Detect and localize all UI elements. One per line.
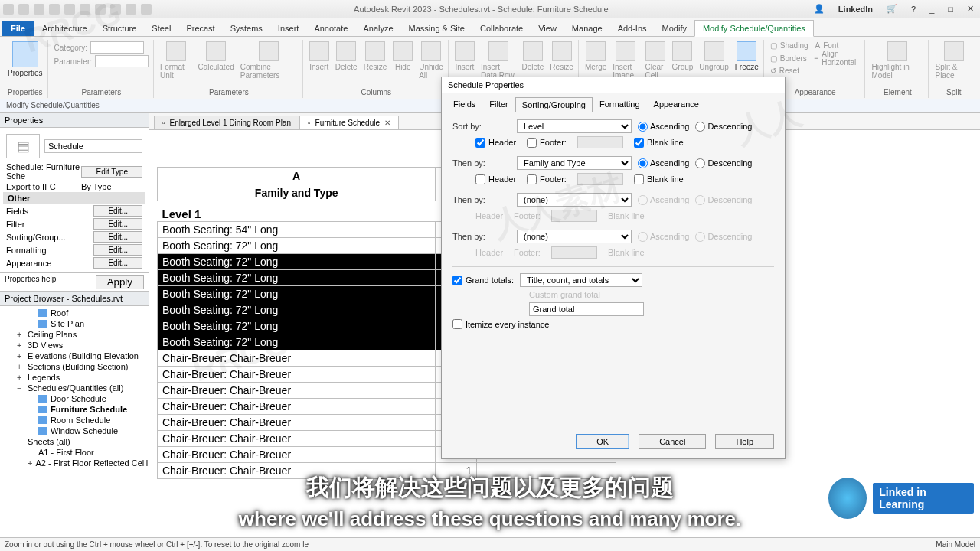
expand-icon[interactable]: + [17,330,24,339]
qat-icon[interactable] [80,4,90,15]
edit-button[interactable]: Edit... [93,205,142,217]
browser-node[interactable]: Door Schedule [3,393,145,404]
insert-image-button[interactable]: Insert Image [612,41,639,80]
browser-node[interactable]: +Elevations (Building Elevation [3,350,145,361]
cell-family[interactable]: Booth Seating: 72" Long [158,270,436,286]
doc-tab[interactable]: ▫Enlarged Level 1 Dining Room Plan [154,116,299,129]
type-selector[interactable]: Schedule [44,139,142,153]
cell-family[interactable]: Booth Seating: 72" Long [158,334,436,350]
help-button[interactable]: Help [715,434,774,449]
tab-modify-schedule[interactable]: Modify Schedule/Quantities [694,20,814,37]
qat-icon[interactable] [3,4,14,15]
group-button[interactable]: Group [672,41,694,71]
cart-icon[interactable]: 🛒 [884,4,900,14]
cell-family[interactable]: Booth Seating: 72" Long [158,302,436,318]
delete-row-button[interactable]: Delete [521,41,544,71]
expand-icon[interactable]: − [17,437,24,446]
qat-icon[interactable] [141,4,152,15]
close-icon[interactable]: ✕ [384,119,390,127]
expand-icon[interactable]: + [17,341,24,350]
tab-steel[interactable]: Steel [144,21,178,36]
sort-by-field[interactable]: Level [517,119,632,133]
expand-icon[interactable]: + [28,458,32,468]
clear-cell-button[interactable]: Clear Cell [645,41,666,80]
browser-node[interactable]: +Sections (Building Section) [3,361,145,372]
quick-access-toolbar[interactable] [3,4,152,15]
cell-family[interactable]: Chair-Breuer: Chair-Breuer [158,399,436,415]
cell-family[interactable]: Chair-Breuer: Chair-Breuer [158,383,436,399]
qat-icon[interactable] [18,4,29,15]
linkedin-label[interactable]: LinkedIn [835,5,876,14]
cell-count[interactable]: 1 [436,463,477,479]
resize-row-button[interactable]: Resize [550,41,573,71]
col-letter[interactable]: A [158,168,436,184]
browser-node[interactable]: Room Schedule [3,415,145,425]
split-button[interactable]: Split & Place [935,41,972,80]
window-maximize[interactable]: □ [945,5,956,14]
edit-button[interactable]: Edit... [93,257,142,269]
qat-icon[interactable] [126,4,136,15]
ascending-radio[interactable]: Ascending [638,158,689,168]
tab-manage[interactable]: Manage [564,21,610,36]
tab-precast[interactable]: Precast [178,21,222,36]
tab-analyze[interactable]: Analyze [355,21,400,36]
browser-node[interactable]: Roof [3,308,145,318]
tab-formatting[interactable]: Formatting [593,96,647,112]
qat-icon[interactable] [34,4,44,15]
combine-params-button[interactable]: Combine Parameters [240,41,298,80]
tab-structure[interactable]: Structure [95,21,145,36]
then-by-field[interactable]: (none) [517,230,632,243]
cell-family[interactable]: Booth Seating: 54" Long [158,222,436,238]
format-unit-button[interactable]: Format Unit [160,41,191,80]
browser-node[interactable]: −Sheets (all) [3,436,145,447]
qat-icon[interactable] [95,4,106,15]
apply-button[interactable]: Apply [96,275,144,289]
insert-row-button[interactable]: Insert [455,41,475,71]
insert-data-row-button[interactable]: Insert Data Row [481,41,516,80]
tab-collaborate[interactable]: Collaborate [472,21,531,36]
tab-sorting[interactable]: Sorting/Grouping [515,97,593,112]
expand-icon[interactable]: + [17,351,24,360]
properties-button[interactable]: Properties [8,41,43,77]
itemize-checkbox[interactable]: Itemize every instance [452,319,549,329]
window-minimize[interactable]: _ [926,5,937,14]
blank-line-checkbox[interactable]: Blank line [634,174,684,184]
tab-addins[interactable]: Add-Ins [610,21,655,36]
then-by-field[interactable]: Family and Type [517,156,632,170]
cell-family[interactable]: Chair-Breuer: Chair-Breuer [158,447,436,463]
footer-checkbox[interactable]: Footer: [527,174,567,184]
calculated-button[interactable]: Calculated [198,41,234,71]
cancel-button[interactable]: Cancel [639,434,706,449]
footer-checkbox[interactable]: Footer: [527,138,567,148]
window-close[interactable]: ✕ [964,4,977,14]
ungroup-button[interactable]: Ungroup [699,41,728,71]
expand-icon[interactable]: − [17,383,24,393]
unhide-all-button[interactable]: Unhide All [419,41,443,80]
header-checkbox[interactable]: Header [475,138,516,148]
descending-radio[interactable]: Descending [695,158,752,168]
tab-architecture[interactable]: Architecture [34,21,95,36]
project-browser-tree[interactable]: RoofSite Plan+Ceiling Plans+3D Views+Ele… [0,306,149,470]
file-tab[interactable]: File [2,21,34,36]
browser-node[interactable]: −Schedules/Quantities (all) [3,383,145,393]
user-icon[interactable]: 👤 [811,4,828,14]
browser-node[interactable]: +Legends [3,372,145,383]
col-header[interactable]: Family and Type [158,184,436,201]
tab-filter[interactable]: Filter [482,96,514,112]
cell-family[interactable]: Booth Seating: 72" Long [158,286,436,302]
browser-node[interactable]: Furniture Schedule [3,404,145,415]
edit-button[interactable]: Edit... [93,244,142,256]
properties-help-link[interactable]: Properties help [5,275,56,289]
header-checkbox[interactable]: Header [475,174,516,184]
cell-family[interactable]: Booth Seating: 72" Long [158,318,436,334]
browser-node[interactable]: +3D Views [3,340,145,350]
help-icon[interactable]: ? [908,5,919,14]
qat-icon[interactable] [110,4,121,15]
qat-icon[interactable] [64,4,75,15]
cell-family[interactable]: Chair-Breuer: Chair-Breuer [158,431,436,447]
tab-modify[interactable]: Modify [655,21,694,36]
edit-button[interactable]: Edit... [93,231,142,243]
expand-icon[interactable]: + [17,362,24,371]
ascending-radio[interactable]: Ascending [638,122,689,132]
grand-totals-option[interactable]: Title, count, and totals [520,273,642,287]
